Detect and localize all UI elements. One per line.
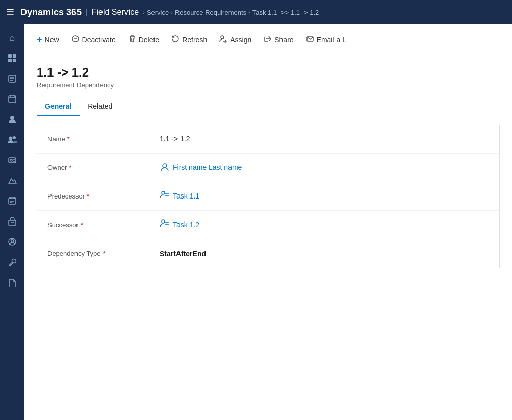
tabs: General Related bbox=[37, 97, 500, 116]
form-row-predecessor: Predecessor * Task 1.1 bbox=[37, 182, 499, 211]
form-value-predecessor[interactable]: Task 1.1 bbox=[160, 190, 489, 202]
user-circle-icon[interactable] bbox=[3, 233, 21, 251]
form-label-dependency-type: Dependency Type bbox=[47, 250, 101, 257]
share-icon bbox=[264, 35, 272, 45]
deactivate-button[interactable]: Deactivate bbox=[65, 32, 122, 48]
svg-point-40 bbox=[162, 220, 165, 223]
svg-point-14 bbox=[13, 136, 16, 139]
form-label-name-col: Name * bbox=[47, 135, 160, 143]
form-value-name: 1.1 -> 1.2 bbox=[160, 135, 489, 143]
home-icon[interactable]: ⌂ bbox=[3, 29, 21, 47]
refresh-icon bbox=[171, 35, 180, 45]
page-header: 1.1 -> 1.2 Requirement Dependency bbox=[37, 65, 500, 89]
inventory-icon[interactable] bbox=[3, 212, 21, 231]
breadcrumb-service[interactable]: Service bbox=[147, 9, 169, 16]
svg-point-28 bbox=[11, 240, 14, 242]
assign-button[interactable]: Assign bbox=[213, 32, 258, 48]
delete-label: Delete bbox=[139, 36, 159, 44]
page-subtitle: Requirement Dependency bbox=[37, 81, 500, 89]
breadcrumb-chevron-0: › bbox=[143, 9, 145, 15]
person-icon[interactable] bbox=[3, 110, 21, 129]
refresh-button[interactable]: Refresh bbox=[165, 32, 213, 48]
predecessor-icon bbox=[160, 190, 170, 202]
form-value-dependency-type: StartAfterEnd bbox=[160, 250, 489, 258]
svg-point-12 bbox=[10, 116, 14, 120]
calendar-icon[interactable] bbox=[3, 90, 21, 108]
breadcrumb-chevron-1: › bbox=[171, 9, 173, 15]
page-title: 1.1 -> 1.2 bbox=[37, 65, 500, 80]
form-label-owner-col: Owner * bbox=[47, 164, 160, 171]
share-button[interactable]: Share bbox=[258, 32, 299, 48]
breadcrumb-dbl-chevron: >> bbox=[279, 9, 289, 16]
assign-icon bbox=[219, 35, 227, 45]
dashboard-icon[interactable] bbox=[3, 49, 21, 67]
form-value-owner[interactable]: First name Last name bbox=[160, 162, 489, 172]
share-label: Share bbox=[274, 36, 293, 44]
breadcrumb-chevron-2: › bbox=[248, 9, 250, 15]
name-required: * bbox=[67, 135, 70, 143]
breadcrumb-resource-requirements[interactable]: Resource Requirements bbox=[175, 9, 246, 16]
schedule-icon[interactable] bbox=[3, 192, 21, 210]
form-label-dependency-type-col: Dependency Type * bbox=[47, 250, 160, 257]
svg-point-36 bbox=[162, 191, 165, 194]
people-icon[interactable] bbox=[3, 131, 21, 149]
new-button[interactable]: + New bbox=[31, 31, 65, 48]
module-label: Field Service bbox=[92, 8, 139, 17]
deactivate-icon bbox=[71, 35, 80, 45]
form-label-predecessor: Predecessor bbox=[47, 192, 85, 200]
email-label: Email a L bbox=[317, 36, 346, 44]
delete-icon bbox=[128, 35, 136, 45]
main-layout: ⌂ bbox=[0, 24, 512, 420]
brand-separator: | bbox=[86, 8, 88, 16]
hamburger-menu[interactable]: ☰ bbox=[6, 7, 14, 18]
email-button[interactable]: Email a L bbox=[300, 32, 352, 48]
delete-button[interactable]: Delete bbox=[122, 32, 165, 48]
edit-icon[interactable] bbox=[3, 69, 21, 88]
svg-rect-8 bbox=[9, 96, 16, 103]
top-nav: ☰ Dynamics 365 | Field Service › Service… bbox=[0, 0, 512, 24]
content-area: + New Deactivate Delete Refresh bbox=[24, 24, 512, 420]
form-label-predecessor-col: Predecessor * bbox=[47, 192, 160, 200]
page-content: 1.1 -> 1.2 Requirement Dependency Genera… bbox=[24, 55, 512, 420]
successor-required: * bbox=[81, 221, 83, 229]
svg-rect-2 bbox=[8, 59, 12, 62]
form-row-successor: Successor * Task 1.2 bbox=[37, 211, 499, 239]
command-bar: + New Deactivate Delete Refresh bbox=[24, 24, 512, 55]
email-icon bbox=[306, 35, 314, 45]
owner-value: First name Last name bbox=[173, 163, 242, 171]
name-value: 1.1 -> 1.2 bbox=[160, 135, 190, 143]
deactivate-label: Deactivate bbox=[82, 36, 116, 44]
wrench-icon[interactable] bbox=[3, 253, 21, 271]
successor-value: Task 1.2 bbox=[173, 220, 199, 229]
form-section: Name * 1.1 -> 1.2 Owner * bbox=[37, 125, 500, 268]
new-label: New bbox=[45, 36, 59, 44]
svg-point-13 bbox=[9, 137, 13, 140]
svg-marker-19 bbox=[9, 179, 16, 184]
dependency-type-required: * bbox=[103, 250, 106, 257]
svg-rect-1 bbox=[13, 54, 16, 58]
successor-icon bbox=[160, 219, 170, 230]
form-label-name: Name bbox=[47, 135, 65, 143]
form-label-successor-col: Successor * bbox=[47, 221, 160, 229]
svg-rect-3 bbox=[13, 59, 16, 62]
form-label-successor: Successor bbox=[47, 221, 79, 229]
form-label-owner: Owner bbox=[47, 164, 67, 171]
breadcrumb: › Service › Resource Requirements › Task… bbox=[143, 9, 319, 16]
breadcrumb-task11[interactable]: Task 1.1 bbox=[252, 9, 277, 16]
refresh-label: Refresh bbox=[182, 36, 207, 44]
form-row-name: Name * 1.1 -> 1.2 bbox=[37, 125, 499, 154]
svg-point-16 bbox=[10, 159, 12, 161]
assign-label: Assign bbox=[230, 36, 251, 44]
tab-related[interactable]: Related bbox=[80, 97, 120, 116]
svg-point-31 bbox=[221, 36, 224, 39]
contact-card-icon[interactable] bbox=[3, 151, 21, 169]
breadcrumb-current[interactable]: 1.1 -> 1.2 bbox=[291, 9, 319, 16]
tab-general[interactable]: General bbox=[37, 97, 80, 116]
svg-rect-0 bbox=[8, 54, 12, 58]
svg-point-35 bbox=[163, 164, 167, 168]
document-icon[interactable] bbox=[3, 274, 21, 292]
brand-label: Dynamics 365 bbox=[20, 7, 82, 18]
form-value-successor[interactable]: Task 1.2 bbox=[160, 219, 489, 230]
form-row-dependency-type: Dependency Type * StartAfterEnd bbox=[37, 239, 499, 268]
landscape-icon[interactable] bbox=[3, 171, 21, 190]
